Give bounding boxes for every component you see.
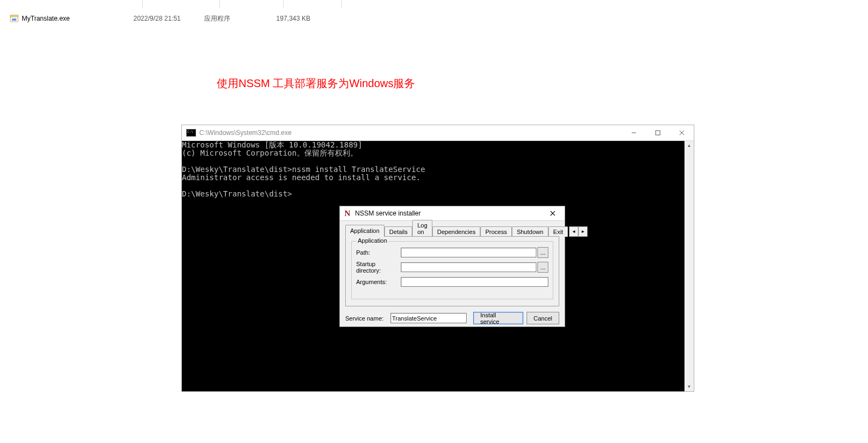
tab-strip: Application Details Log on Dependencies … [345, 224, 559, 236]
svg-rect-4 [656, 131, 660, 135]
path-label: Path: [356, 249, 401, 256]
file-date: 2022/9/28 21:51 [133, 15, 204, 22]
service-name-input[interactable] [390, 313, 467, 323]
scroll-up-icon[interactable]: ▲ [684, 141, 694, 150]
tab-scroll-right-button[interactable]: ► [578, 226, 588, 237]
tab-panel: Application Path: ... Startup directory:… [345, 236, 559, 306]
maximize-button[interactable] [646, 125, 670, 140]
nssm-close-button[interactable] [541, 206, 565, 220]
path-browse-button[interactable]: ... [537, 247, 548, 258]
scroll-down-icon[interactable]: ▼ [684, 382, 694, 391]
arguments-label: Arguments: [356, 279, 401, 285]
install-service-button[interactable]: Install service [473, 312, 523, 324]
cmd-scrollbar[interactable]: ▲ ▼ [684, 141, 694, 391]
tab-shutdown[interactable]: Shutdown [512, 226, 548, 237]
nssm-titlebar[interactable]: N NSSM service installer [340, 206, 565, 221]
nssm-icon: N [343, 209, 352, 218]
cmd-icon [186, 129, 196, 137]
close-button[interactable] [670, 125, 694, 140]
tab-logon[interactable]: Log on [412, 220, 432, 237]
svg-rect-1 [10, 15, 18, 17]
nssm-title: NSSM service installer [355, 210, 541, 217]
svg-rect-2 [12, 19, 16, 21]
application-groupbox: Application Path: ... Startup directory:… [351, 241, 553, 299]
startup-dir-label: Startup directory: [356, 261, 401, 274]
tab-process[interactable]: Process [480, 226, 512, 237]
tab-scroll-left-button[interactable]: ◄ [569, 226, 578, 237]
explorer-area: MyTranslate.exe 2022/9/28 21:51 应用程序 197… [0, 0, 868, 25]
file-size: 197,343 KB [261, 15, 310, 22]
cmd-titlebar[interactable]: C:\Windows\System32\cmd.exe [182, 125, 694, 141]
cancel-button[interactable]: Cancel [527, 312, 559, 324]
tab-dependencies[interactable]: Dependencies [432, 226, 480, 237]
file-row[interactable]: MyTranslate.exe 2022/9/28 21:51 应用程序 197… [0, 12, 868, 25]
minimize-button[interactable] [622, 125, 646, 140]
tab-details[interactable]: Details [384, 226, 413, 237]
startup-dir-input[interactable] [401, 262, 536, 272]
service-name-label: Service name: [345, 315, 387, 322]
tab-exit[interactable]: Exit [548, 226, 568, 237]
nssm-dialog: N NSSM service installer Application Det… [339, 206, 565, 327]
groupbox-label: Application [356, 237, 389, 244]
exe-file-icon [10, 14, 19, 23]
tab-application[interactable]: Application [345, 225, 384, 237]
file-type: 应用程序 [204, 14, 261, 23]
arguments-input[interactable] [401, 277, 548, 287]
startup-dir-browse-button[interactable]: ... [537, 262, 548, 273]
path-input[interactable] [401, 248, 536, 257]
annotation-text: 使用NSSM 工具部署服务为Windows服务 [217, 76, 415, 91]
explorer-header [0, 0, 868, 8]
cmd-title: C:\Windows\System32\cmd.exe [199, 129, 622, 137]
file-name: MyTranslate.exe [22, 15, 70, 22]
